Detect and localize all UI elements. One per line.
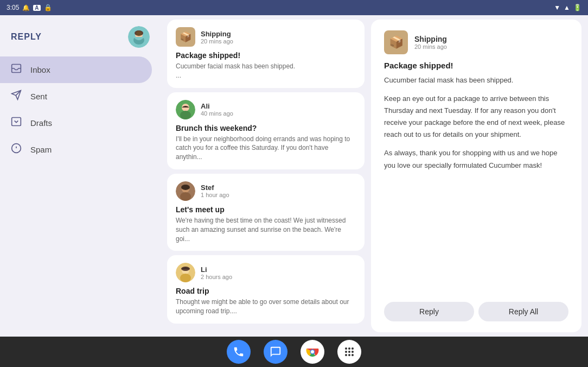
app-title: REPLY	[11, 32, 42, 42]
messages-app-icon[interactable]	[264, 340, 287, 364]
status-left: 3:05 🔔 A 🔒	[7, 4, 52, 11]
shipping-avatar: 📦	[176, 27, 195, 47]
sender-time-ali: 40 mins ago	[201, 110, 233, 117]
detail-body-1: Cucumber facial mask has been shipped.	[384, 74, 568, 86]
email-header-li: Li 2 hours ago	[176, 263, 356, 282]
sender-time-shipping: 20 mins ago	[201, 38, 233, 45]
li-avatar	[176, 263, 195, 282]
inbox-label: Inbox	[30, 65, 50, 74]
detail-sender-name: Shipping	[414, 35, 447, 43]
email-card-stef[interactable]: Stef 1 hour ago Let's meet up We're havi…	[167, 174, 365, 251]
detail-header: 📦 Shipping 20 mins ago	[384, 30, 568, 54]
detail-sender-avatar: 📦	[384, 30, 408, 54]
sent-icon	[11, 90, 22, 103]
avatar	[128, 26, 150, 48]
detail-body-3: As always, thank you for shopping with u…	[384, 147, 568, 171]
sender-info-shipping: Shipping 20 mins ago	[201, 30, 233, 45]
sidebar-item-inbox[interactable]: Inbox	[0, 56, 152, 83]
email-subject-shipping: Package shipped!	[176, 51, 356, 60]
svg-point-28	[348, 347, 350, 350]
svg-point-17	[180, 192, 191, 201]
detail-time: 20 mins ago	[414, 43, 447, 50]
sidebar-header: REPLY	[0, 22, 161, 56]
stef-avatar	[176, 181, 195, 201]
svg-rect-8	[12, 118, 21, 126]
email-subject-stef: Let's meet up	[176, 205, 356, 214]
svg-point-21	[180, 274, 191, 282]
svg-point-32	[351, 351, 354, 353]
drafts-icon	[11, 116, 22, 130]
svg-point-35	[351, 354, 354, 356]
spam-icon	[11, 143, 22, 156]
sender-info-ali: Ali 40 mins ago	[201, 102, 233, 117]
sender-info-li: Li 2 hours ago	[201, 265, 232, 280]
lock-icon: 🔒	[44, 4, 52, 11]
email-header-stef: Stef 1 hour ago	[176, 181, 356, 201]
email-preview-stef: We're having the best time on the coast!…	[176, 216, 356, 243]
status-bar: 3:05 🔔 A 🔒 ▼ ▲ 🔋	[0, 0, 588, 15]
svg-point-4	[136, 31, 142, 36]
reply-all-button[interactable]: Reply All	[478, 302, 568, 321]
app-body: REPLY Inbox	[0, 15, 588, 337]
app-icon: A	[33, 5, 40, 11]
taskbar	[0, 337, 588, 367]
svg-point-31	[348, 351, 350, 353]
detail-sender-info: Shipping 20 mins ago	[414, 35, 447, 50]
sidebar-item-spam[interactable]: Spam	[0, 136, 152, 163]
svg-point-30	[345, 351, 347, 353]
svg-point-29	[351, 347, 354, 350]
detail-body-2: Keep an eye out for a package to arrive …	[384, 93, 568, 141]
sidebar-item-sent[interactable]: Sent	[0, 83, 152, 110]
reply-button[interactable]: Reply	[384, 302, 474, 321]
email-subject-ali: Brunch this weekend?	[176, 124, 356, 132]
sidebar-item-drafts[interactable]: Drafts	[0, 110, 152, 136]
phone-app-icon[interactable]	[227, 340, 251, 364]
detail-subject: Package shipped!	[384, 61, 568, 70]
email-preview-ali: I'll be in your neighborhood doing erran…	[176, 135, 356, 162]
email-preview-li: Thought we might be able to go over some…	[176, 298, 356, 316]
sender-name-li: Li	[201, 265, 232, 274]
sent-label: Sent	[30, 92, 47, 101]
sender-name-ali: Ali	[201, 102, 233, 110]
sender-name-stef: Stef	[201, 184, 229, 192]
email-card-ali[interactable]: Ali 40 mins ago Brunch this weekend? I'l…	[167, 92, 365, 169]
status-right: ▼ ▲ 🔋	[554, 4, 581, 11]
svg-point-26	[311, 350, 314, 353]
sender-time-li: 2 hours ago	[201, 274, 232, 280]
svg-point-33	[345, 354, 347, 356]
svg-point-34	[348, 354, 350, 356]
svg-point-27	[345, 347, 347, 350]
email-subject-li: Road trip	[176, 287, 356, 295]
signal-icon: ▲	[564, 4, 570, 11]
apps-grid-icon[interactable]	[337, 340, 361, 364]
email-detail: 📦 Shipping 20 mins ago Package shipped! …	[371, 20, 581, 332]
sender-time-stef: 1 hour ago	[201, 192, 229, 198]
email-preview-shipping: Cucumber facial mask has been shipped. .…	[176, 62, 356, 80]
wifi-icon: ▼	[554, 4, 560, 11]
email-card-li[interactable]: Li 2 hours ago Road trip Thought we migh…	[167, 255, 365, 324]
detail-body: Cucumber facial mask has been shipped. K…	[384, 74, 568, 293]
email-card-shipping[interactable]: 📦 Shipping 20 mins ago Package shipped! …	[167, 20, 365, 88]
action-buttons: Reply Reply All	[384, 302, 568, 321]
email-header-shipping: 📦 Shipping 20 mins ago	[176, 27, 356, 47]
inbox-icon	[11, 63, 22, 77]
sender-name-shipping: Shipping	[201, 30, 233, 38]
battery-icon: 🔋	[573, 4, 581, 11]
chrome-app-icon[interactable]	[301, 340, 324, 364]
ali-avatar	[176, 100, 195, 119]
email-header-ali: Ali 40 mins ago	[176, 100, 356, 119]
notification-icon: 🔔	[22, 4, 30, 11]
sidebar: REPLY Inbox	[0, 15, 161, 337]
spam-label: Spam	[30, 145, 52, 154]
email-list: 📦 Shipping 20 mins ago Package shipped! …	[161, 15, 371, 337]
svg-point-18	[181, 185, 190, 190]
status-time: 3:05	[7, 4, 19, 11]
sender-info-stef: Stef 1 hour ago	[201, 184, 229, 198]
drafts-label: Drafts	[30, 118, 52, 128]
svg-point-14	[180, 111, 191, 119]
